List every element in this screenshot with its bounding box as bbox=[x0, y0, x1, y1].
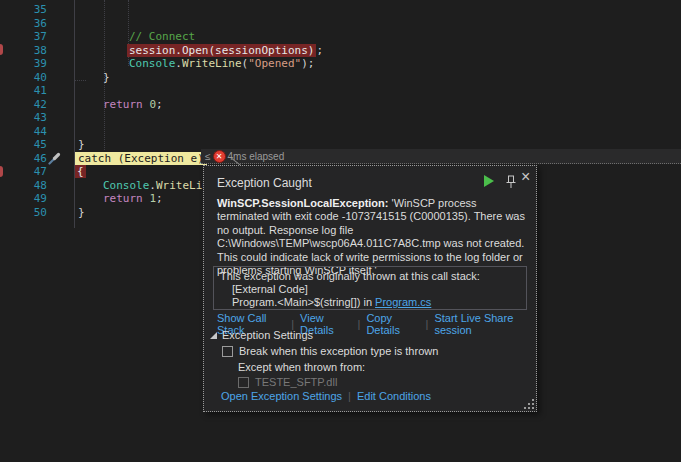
link-separator: | bbox=[358, 318, 361, 330]
module-checkbox-label: TESTE_SFTP.dll bbox=[255, 376, 337, 388]
code-segment: } bbox=[78, 138, 85, 151]
code-text: } bbox=[103, 71, 110, 84]
code-segment: WriteLine bbox=[182, 57, 242, 70]
line-number: 48 bbox=[0, 179, 47, 192]
code-segment: 0 bbox=[149, 98, 156, 111]
code-text: { bbox=[75, 165, 86, 178]
link-separator: | bbox=[348, 390, 351, 402]
callstack-intro: This exception was originally thrown at … bbox=[220, 270, 520, 283]
code-segment: ; bbox=[156, 192, 163, 205]
code-segment: ); bbox=[301, 57, 314, 70]
line-number: 35 bbox=[0, 3, 47, 16]
resize-grip[interactable] bbox=[525, 400, 534, 409]
line-number: 50 bbox=[0, 206, 47, 219]
exception-x-icon: ✕ bbox=[213, 150, 226, 163]
perf-tip-prefix: ≤ bbox=[205, 151, 211, 162]
code-segment: Console bbox=[129, 57, 175, 70]
code-text: Console.WriteLin bbox=[103, 179, 209, 192]
break-checkbox-row[interactable]: Break when this exception type is thrown bbox=[222, 345, 438, 357]
break-checkbox[interactable] bbox=[222, 346, 233, 357]
line-number: 42 bbox=[0, 98, 47, 111]
code-line[interactable]: 38session.Open(sessionOptions); bbox=[0, 44, 681, 58]
line-number: 36 bbox=[0, 17, 47, 30]
code-segment: { bbox=[75, 165, 86, 178]
code-line[interactable]: 44 bbox=[0, 125, 681, 139]
link-open-exception-settings[interactable]: Open Exception Settings bbox=[221, 390, 342, 402]
code-segment: Console bbox=[103, 179, 149, 192]
line-number: 37 bbox=[0, 30, 47, 43]
paintbrush-icon bbox=[48, 152, 61, 165]
code-text: Console.WriteLine("Opened"); bbox=[129, 57, 314, 70]
line-number: 49 bbox=[0, 192, 47, 205]
exception-popup: Exception Caught × WinSCP.SessionLocalEx… bbox=[203, 165, 537, 412]
line-number: 47 bbox=[0, 165, 47, 178]
code-segment: "Opened" bbox=[248, 57, 301, 70]
link-start-live-share-session[interactable]: Start Live Share session bbox=[434, 312, 536, 336]
line-number: 46 bbox=[0, 152, 47, 165]
expander-icon bbox=[210, 332, 217, 339]
code-line[interactable]: 35 bbox=[0, 3, 681, 17]
line-number: 44 bbox=[0, 125, 47, 138]
code-line[interactable]: 42return 0; bbox=[0, 98, 681, 112]
line-number: 38 bbox=[0, 44, 47, 57]
pin-icon[interactable] bbox=[505, 175, 517, 189]
continue-play-icon[interactable] bbox=[484, 175, 494, 187]
module-checkbox[interactable] bbox=[238, 377, 249, 388]
perf-tip[interactable]: ≤ ✕ 4ms elapsed bbox=[205, 149, 284, 163]
code-segment: return bbox=[103, 98, 143, 111]
vs-debugger-screen: 353637// Connect38session.Open(sessionOp… bbox=[0, 0, 681, 462]
link-copy-details[interactable]: Copy Details bbox=[366, 312, 419, 336]
link-separator: | bbox=[426, 318, 429, 330]
module-checkbox-row[interactable]: TESTE_SFTP.dll bbox=[238, 376, 337, 388]
code-segment: return bbox=[103, 192, 143, 205]
code-segment: session.Open(sessionOptions) bbox=[127, 44, 316, 57]
line-number: 45 bbox=[0, 138, 47, 151]
code-text: } bbox=[78, 138, 85, 151]
code-text: return 0; bbox=[103, 98, 163, 111]
code-segment: . bbox=[149, 179, 156, 192]
program-cs-link[interactable]: Program.cs bbox=[375, 296, 431, 308]
code-segment: // Connect bbox=[129, 30, 195, 43]
callstack-frame: Program.<Main>$(string[]) in Program.cs bbox=[220, 296, 520, 309]
code-text: session.Open(sessionOptions); bbox=[127, 44, 323, 57]
popup-title: Exception Caught bbox=[217, 176, 312, 190]
code-segment: ; bbox=[316, 44, 323, 57]
code-segment: WriteLin bbox=[156, 179, 209, 192]
code-line[interactable]: 37// Connect bbox=[0, 30, 681, 44]
callstack-frame: [External Code] bbox=[220, 283, 520, 296]
code-text: catch (Exception e) bbox=[75, 152, 207, 165]
code-text: } bbox=[78, 206, 85, 219]
line-number: 43 bbox=[0, 111, 47, 124]
settings-links: Open Exception Settings|Edit Conditions bbox=[221, 390, 431, 402]
code-segment: 1 bbox=[149, 192, 156, 205]
code-segment: } bbox=[103, 71, 110, 84]
code-line[interactable]: 39Console.WriteLine("Opened"); bbox=[0, 57, 681, 71]
code-line[interactable]: 43 bbox=[0, 111, 681, 125]
exception-settings-header[interactable]: Exception Settings bbox=[210, 329, 313, 341]
line-number: 40 bbox=[0, 71, 47, 84]
callstack-box: This exception was originally thrown at … bbox=[213, 266, 527, 310]
break-checkbox-label: Break when this exception type is thrown bbox=[239, 345, 438, 357]
line-number: 41 bbox=[0, 84, 47, 97]
code-segment: . bbox=[175, 57, 182, 70]
code-segment: catch (Exception e) bbox=[75, 152, 207, 165]
code-segment: } bbox=[78, 206, 85, 219]
close-icon[interactable]: × bbox=[521, 169, 530, 185]
line-number: 39 bbox=[0, 57, 47, 70]
exception-type: WinSCP.SessionLocalException: bbox=[217, 197, 388, 209]
code-line[interactable]: 36 bbox=[0, 17, 681, 31]
code-line[interactable]: 40} bbox=[0, 71, 681, 85]
code-text: return 1; bbox=[103, 192, 163, 205]
code-line[interactable]: 41 bbox=[0, 84, 681, 98]
perf-tip-label: 4ms elapsed bbox=[228, 151, 285, 162]
code-text: // Connect bbox=[129, 30, 195, 43]
link-edit-conditions[interactable]: Edit Conditions bbox=[357, 390, 431, 402]
code-segment: ; bbox=[156, 98, 163, 111]
current-line-strip: ≤ ✕ 4ms elapsed bbox=[201, 149, 681, 164]
except-when-label: Except when thrown from: bbox=[238, 361, 365, 373]
